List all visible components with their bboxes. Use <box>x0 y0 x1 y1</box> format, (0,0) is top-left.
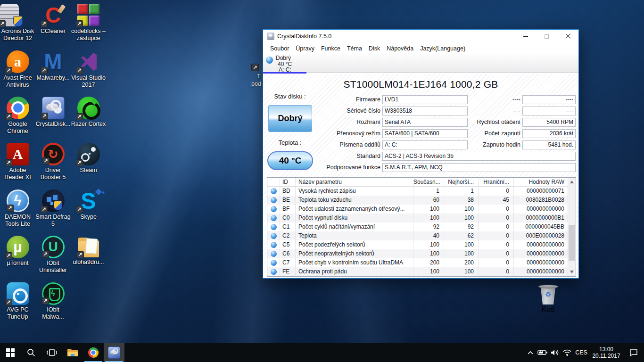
icon-label: uloha9dru... <box>71 259 106 266</box>
malwarebytes-icon: M <box>42 50 65 73</box>
scroll-down-icon[interactable] <box>570 271 574 273</box>
shortcut-arrow-icon <box>76 159 83 166</box>
search-button[interactable] <box>21 343 41 362</box>
avast-icon: a <box>7 50 29 73</box>
menu-soubor[interactable]: Soubor <box>267 44 292 53</box>
scroll-up-icon[interactable] <box>570 181 574 183</box>
clock-date: 20.11.2017 <box>589 353 623 359</box>
empty-value: ---- <box>522 107 576 115</box>
recycle-bin[interactable]: ♻ Koš <box>530 283 566 314</box>
table-scrollbar[interactable] <box>568 178 576 276</box>
menu-bar: Soubor Úpravy Funkce Téma Disk Nápověda … <box>263 43 578 54</box>
table-row[interactable]: BE Teplota toku vzduchu 60 38 45 0080281… <box>267 196 568 205</box>
taskbar-chrome-button[interactable] <box>83 343 104 362</box>
maximize-button[interactable] <box>536 30 557 43</box>
menu-napoveda[interactable]: Nápověda <box>383 44 417 53</box>
table-row[interactable]: C7 Počet chyb v kontrolním součtu UltraD… <box>267 258 568 267</box>
status-dot-icon <box>271 269 277 275</box>
shortcut-arrow-icon <box>5 159 12 166</box>
utorrent-icon: µ <box>7 236 29 258</box>
app-icon <box>267 33 274 40</box>
desktop-icon-adobe-reader[interactable]: A Adobe Reader XI <box>0 143 35 181</box>
language-indicator[interactable]: CES <box>573 349 589 356</box>
file-explorer-icon <box>67 348 78 357</box>
icon-label: IObit Malwa... <box>35 306 71 321</box>
chevron-up-icon <box>527 350 534 355</box>
drive-letters-value: A: C: <box>382 140 468 149</box>
taskbar-clock[interactable]: 13:00 20.11.2017 <box>589 346 623 359</box>
desktop-icon-iobit-uninstaller[interactable]: U IObit Uninstaller <box>35 236 71 274</box>
battery-button[interactable] <box>537 343 549 362</box>
desktop-icon-iobit-malware[interactable]: ϟ IObit Malwa... <box>35 282 71 321</box>
taskbar: CES 13:00 20.11.2017 <box>0 343 644 362</box>
menu-disk[interactable]: Disk <box>365 44 383 53</box>
recycle-bin-icon: ♻ <box>538 283 559 305</box>
icon-label: Google Chrome <box>0 121 35 135</box>
desktop-icon-razer-cortex[interactable]: Razer Cortex <box>71 97 106 128</box>
shortcut-arrow-icon <box>41 67 48 74</box>
menu-funkce[interactable]: Funkce <box>318 44 344 53</box>
menu-upravy[interactable]: Úpravy <box>292 44 318 53</box>
volume-button[interactable] <box>549 343 561 362</box>
close-icon <box>565 33 571 39</box>
task-view-button[interactable] <box>41 343 62 362</box>
field-label: Rozhraní <box>291 118 380 127</box>
scrollbar-thumb[interactable] <box>569 225 575 260</box>
crystaldiskinfo-icon <box>108 346 120 359</box>
hidden-icon-label-fragment: pod <box>251 81 261 87</box>
desktop-icon-malwarebytes[interactable]: M Malwareby... <box>35 50 71 82</box>
minimize-button[interactable] <box>515 30 536 43</box>
desktop-icon-codeblocks[interactable]: codeblocks – zástupce <box>71 4 106 42</box>
shortcut-arrow-icon <box>42 297 49 304</box>
file-explorer-button[interactable] <box>62 343 83 362</box>
start-button[interactable] <box>0 343 21 362</box>
taskbar-crystaldiskinfo-button[interactable] <box>104 343 124 362</box>
desktop-icon-skype[interactable]: S Skype <box>71 189 106 221</box>
desktop-icon-smart-defrag[interactable]: Smart Defrag 5 <box>35 189 71 228</box>
desktop-icon-visual-studio[interactable]: Visual Studio 2017 <box>71 50 106 89</box>
table-row[interactable]: C0 Počet vypnutí disku 100 100 0 0000000… <box>267 214 568 222</box>
desktop-icon-utorrent[interactable]: µ µTorrent <box>0 236 35 267</box>
disk-status: Dobrý <box>276 55 292 61</box>
table-row[interactable]: C2 Teplota 40 62 0 000E00000028 <box>267 231 568 240</box>
desktop-icon-daemon-tools[interactable]: ϟ DAEMON Tools Lite <box>0 189 35 228</box>
table-row[interactable]: BD Vysoká rychlost zápisu 1 1 0 00000000… <box>267 187 568 196</box>
desktop-icon-avast[interactable]: a Avast Free Antivirus <box>0 50 35 89</box>
wifi-icon <box>562 349 572 356</box>
desktop-icon-chrome[interactable]: Google Chrome <box>0 97 35 135</box>
icon-label: Razer Cortex <box>71 121 106 128</box>
network-button[interactable] <box>561 343 573 362</box>
icon-label: Steam <box>71 167 106 174</box>
desktop-icon-steam[interactable]: Steam <box>71 143 106 174</box>
windows-logo-icon <box>6 348 15 357</box>
header-id: ID <box>280 178 296 186</box>
icon-label: IObit Uninstaller <box>35 260 71 274</box>
system-tray: CES 13:00 20.11.2017 <box>524 343 644 362</box>
visual-studio-icon <box>77 50 100 73</box>
status-dot-icon <box>271 233 277 239</box>
disk-selector-tab[interactable]: Dobrý 40 °C A: C: <box>276 55 292 73</box>
title-bar[interactable]: CrystalDiskInfo 7.5.0 <box>263 30 578 43</box>
header-status-col <box>267 178 280 186</box>
menu-jazyk[interactable]: Jazyk(Language) <box>417 44 469 53</box>
desktop-icon-ccleaner[interactable]: C CCleaner <box>35 4 71 35</box>
tray-expand-button[interactable] <box>524 343 537 362</box>
desktop-icon-crystaldiskinfo[interactable]: CrystalDisk... <box>35 97 71 128</box>
table-row[interactable]: C1 Počet cyklů načítání/vymazání 92 92 0… <box>267 222 568 231</box>
table-row[interactable]: BF Počet udalostí zaznamenaných otřesový… <box>267 205 568 214</box>
header-worst: Nejhorší... <box>444 178 479 186</box>
table-row[interactable]: FE Ochrana proti pádu 100 100 0 00000000… <box>267 267 568 276</box>
smart-table-header: ID Název parametru Současn... Nejhorší..… <box>267 178 568 187</box>
shortcut-arrow-icon <box>7 205 14 212</box>
field-label: Rychlost otáčení <box>461 118 520 127</box>
action-center-button[interactable] <box>623 343 644 362</box>
desktop-icon-avg-tuneup[interactable]: AVG PC TuneUp <box>0 282 35 321</box>
menu-tema[interactable]: Téma <box>344 44 365 53</box>
close-button[interactable] <box>557 30 578 43</box>
status-dot-icon <box>271 242 277 248</box>
desktop-icon-folder[interactable]: uloha9dru... <box>71 236 106 266</box>
desktop-icon-driver-booster[interactable]: ↻ Driver Booster 5 <box>35 143 71 181</box>
desktop-icon-acronis[interactable]: Acronis Disk Director 12 <box>0 4 35 42</box>
table-row[interactable]: C6 Počet neopravitelných sektorů 100 100… <box>267 249 568 258</box>
table-row[interactable]: C5 Počet podezřelých sektorů 100 100 0 0… <box>267 240 568 249</box>
